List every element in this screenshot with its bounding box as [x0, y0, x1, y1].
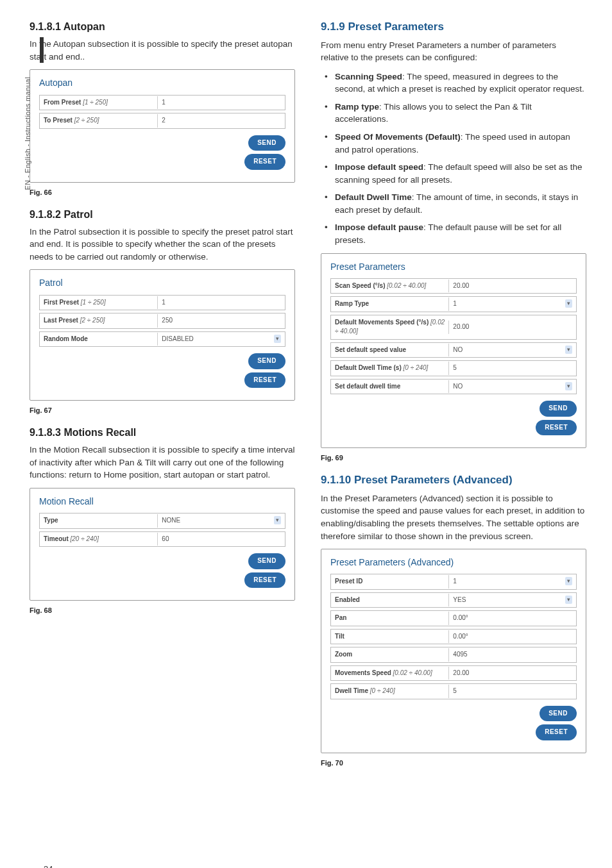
fig-motion-recall: Motion Recall TypeNONE Timeout [20 ÷ 240…: [30, 488, 295, 601]
row-input[interactable]: 1: [157, 96, 285, 110]
row-input[interactable]: 5: [448, 685, 576, 698]
term: Speed Of Movements (Default): [335, 132, 461, 142]
row-range: [2 ÷ 250]: [80, 317, 105, 324]
send-button[interactable]: SEND: [540, 706, 577, 722]
reset-button[interactable]: RESET: [244, 372, 285, 388]
heading-preset-params: 9.1.9 Preset Parameters: [321, 19, 586, 35]
reset-button[interactable]: RESET: [244, 572, 285, 588]
term: Impose default pause: [335, 222, 423, 232]
row-range: [1 ÷ 250]: [83, 99, 108, 106]
row-label: Default Movements Speed (°/s): [335, 319, 429, 326]
send-button[interactable]: SEND: [248, 553, 285, 569]
row-label: Default Dwell Time (s): [335, 364, 402, 371]
row-select[interactable]: YES: [448, 594, 576, 607]
row-label: Last Preset: [44, 317, 78, 324]
figure-caption: Fig. 68: [30, 606, 295, 616]
row-select[interactable]: NO: [448, 380, 576, 394]
row-select[interactable]: 1: [448, 297, 576, 311]
list-item: Default Dwell Time: The amount of time, …: [325, 191, 586, 216]
row-select[interactable]: DISABLED: [157, 333, 285, 346]
row-label: Pan: [335, 614, 346, 621]
row-label: First Preset: [44, 299, 79, 306]
intro-motions-recall: In the Motion Recall subsection it is po…: [30, 444, 295, 481]
side-language-label: EN - English - Instructions manual: [23, 77, 33, 190]
accent-bar: [40, 37, 44, 63]
list-item: Impose default pause: The default pause …: [325, 221, 586, 246]
row-label: Ramp Type: [335, 300, 369, 307]
figure-caption: Fig. 67: [30, 406, 295, 416]
term: Scanning Speed: [335, 72, 402, 81]
reset-button[interactable]: RESET: [536, 724, 577, 740]
fig-patrol: Patrol First Preset [1 ÷ 250]1 Last Pres…: [30, 269, 295, 401]
form-row: From Preset [1 ÷ 250] 1: [39, 95, 285, 111]
intro-preset-advanced: In the Preset Parameters (Advanced) sect…: [321, 492, 586, 542]
row-label: Tilt: [335, 633, 344, 640]
row-input[interactable]: 1: [157, 296, 285, 310]
row-input[interactable]: 250: [157, 314, 285, 328]
reset-button[interactable]: RESET: [244, 154, 285, 170]
row-range: [20 ÷ 240]: [71, 535, 99, 542]
heading-autopan: 9.1.8.1 Autopan: [30, 19, 295, 34]
send-button[interactable]: SEND: [540, 401, 577, 417]
fig-title: Patrol: [39, 276, 285, 289]
send-button[interactable]: SEND: [248, 353, 285, 369]
form-row: To Preset [2 ÷ 250] 2: [39, 113, 285, 129]
row-value: 0.00°: [448, 630, 576, 644]
row-label: Zoom: [335, 651, 352, 658]
row-select[interactable]: 1: [448, 575, 576, 588]
row-input[interactable]: 5: [448, 362, 576, 375]
fig-title: Preset Parameters: [330, 260, 577, 273]
row-label: Enabled: [335, 596, 360, 603]
row-select[interactable]: NO: [448, 344, 576, 357]
send-button[interactable]: SEND: [248, 135, 285, 151]
row-label: Dwell Time: [335, 687, 368, 694]
list-item: Impose default speed: The default speed …: [325, 161, 586, 186]
row-label: Timeout: [44, 535, 69, 542]
reset-button[interactable]: RESET: [536, 420, 577, 436]
figure-caption: Fig. 70: [321, 758, 586, 769]
row-range: [0.02 ÷ 40.00]: [387, 282, 426, 289]
fig-title: Autopan: [39, 76, 285, 89]
fig-title: Motion Recall: [39, 495, 285, 508]
row-range: [0.02 ÷ 40.00]: [393, 669, 432, 676]
row-input[interactable]: 20.00: [448, 321, 576, 334]
row-label: Random Mode: [44, 335, 88, 342]
row-range: [0 ÷ 240]: [404, 364, 429, 371]
list-item: Speed Of Movements (Default): The speed …: [325, 131, 586, 156]
row-label: Set default dwell time: [335, 383, 400, 390]
row-label: Type: [44, 517, 58, 524]
term: Impose default speed: [335, 162, 423, 172]
intro-preset-params: From menu entry Preset Parameters a numb…: [321, 39, 586, 64]
list-item: Ramp type: This allows you to select the…: [325, 101, 586, 126]
row-label: From Preset: [44, 99, 81, 106]
row-select[interactable]: NONE: [157, 514, 285, 528]
figure-caption: Fig. 66: [30, 188, 295, 198]
heading-motions-recall: 9.1.8.3 Motions Recall: [30, 425, 295, 440]
figure-caption: Fig. 69: [321, 453, 586, 463]
row-range: [0 ÷ 240]: [370, 687, 395, 694]
bullet-list: Scanning Speed: The speed, measured in d…: [325, 71, 586, 247]
row-range: [1 ÷ 250]: [81, 299, 106, 306]
intro-autopan: In the Autopan subsection it is possible…: [30, 38, 295, 63]
row-range: [2 ÷ 250]: [74, 117, 99, 124]
row-input[interactable]: 20.00: [448, 280, 576, 293]
row-input[interactable]: 60: [157, 533, 285, 546]
page-number: 34: [44, 864, 53, 868]
left-column: 9.1.8.1 Autopan In the Autopan subsectio…: [18, 19, 295, 778]
row-label: Set default speed value: [335, 346, 406, 353]
list-item: Scanning Speed: The speed, measured in d…: [325, 71, 586, 96]
row-input[interactable]: 20.00: [448, 667, 576, 680]
term: Ramp type: [335, 102, 379, 112]
fig-preset-params: Preset Parameters Scan Speed (°/s) [0.02…: [321, 253, 586, 449]
heading-preset-advanced: 9.1.10 Preset Parameters (Advanced): [321, 472, 586, 488]
right-column: 9.1.9 Preset Parameters From menu entry …: [321, 19, 586, 778]
intro-patrol: In the Patrol subsection it is possible …: [30, 226, 295, 263]
row-label: Preset ID: [335, 578, 362, 585]
heading-patrol: 9.1.8.2 Patrol: [30, 207, 295, 222]
fig-title: Preset Parameters (Advanced): [330, 556, 577, 569]
fig-preset-advanced: Preset Parameters (Advanced) Preset ID1 …: [321, 549, 586, 753]
row-value: 4095: [448, 648, 576, 662]
fig-autopan: Autopan From Preset [1 ÷ 250] 1 To Prese…: [30, 69, 295, 182]
row-label: Scan Speed (°/s): [335, 282, 385, 289]
row-input[interactable]: 2: [157, 114, 285, 128]
